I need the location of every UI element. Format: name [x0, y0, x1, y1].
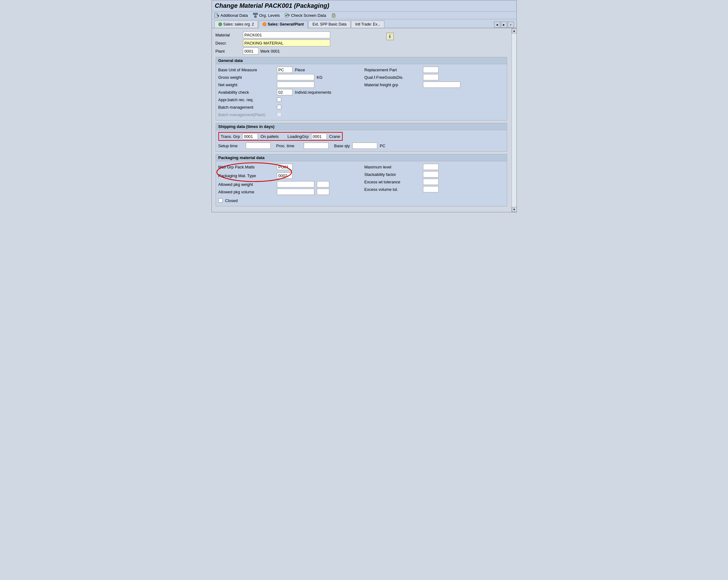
batch-mgmt-plant-checkbox[interactable] [277, 112, 281, 117]
lock-button[interactable] [331, 13, 336, 18]
additional-data-button[interactable]: Additional Data [214, 13, 248, 18]
qual-free-goods-input[interactable] [423, 74, 439, 80]
base-qty-unit: PC [380, 143, 385, 148]
tab-nav-last[interactable]: ▪ [508, 22, 514, 28]
material-input[interactable] [243, 31, 330, 38]
tab-intl-trade[interactable]: Intl Trade: Ex... [351, 21, 384, 28]
excess-vol-label: Excess volume tol. [364, 187, 420, 192]
shipping-data-section: Shipping data (times in days) Trans. Grp… [215, 123, 507, 151]
check-screen-icon [285, 13, 290, 18]
excess-vol-row: Excess volume tol. [364, 186, 504, 193]
material-label: Material [215, 33, 240, 37]
general-left-col: Base Unit of Measure Piece Gross weight … [218, 66, 358, 118]
maximum-level-input[interactable] [423, 164, 439, 170]
material-freight-label: Material freight grp [364, 83, 420, 87]
svg-rect-9 [288, 15, 289, 16]
scrollbar: ▲ ▼ [512, 28, 517, 212]
replacement-part-input[interactable] [423, 66, 439, 73]
packaging-right-col: Maximum level Stackability factor Excess… [364, 163, 504, 204]
availability-check-input[interactable] [277, 89, 292, 95]
appr-batch-row: Appr.batch rec. req. [218, 96, 358, 103]
allowed-pkg-weight-unit[interactable] [317, 181, 329, 187]
pkg-mat-type-label: Packaging Mat. Type [218, 173, 275, 178]
svg-rect-4 [256, 13, 258, 15]
plant-name: Werk 0001 [260, 49, 280, 54]
tab-sales-org-2[interactable]: Sales: sales org. 2 [214, 21, 258, 28]
allowed-pkg-weight-input[interactable] [277, 181, 314, 187]
pkg-mat-type-row: Packaging Mat. Type [218, 172, 292, 179]
oval-highlight-container: Matl Grp Pack.Matls Packaging Mat. Type [218, 163, 292, 179]
title-text: Change Material PACK001 (Packaging) [215, 2, 330, 9]
batch-mgmt-row: Batch management [218, 103, 358, 111]
excess-vol-input[interactable] [423, 186, 439, 192]
loading-grp-input[interactable] [311, 133, 327, 139]
window-title: Change Material PACK001 (Packaging) [212, 0, 517, 11]
base-uom-input[interactable] [277, 66, 292, 73]
tab-nav-buttons: ◄ ► ▪ [494, 22, 514, 28]
descr-input[interactable] [243, 39, 330, 46]
packaging-data-header: Packaging material data [216, 155, 507, 161]
allowed-pkg-weight-label: Allowed pkg weight [218, 182, 275, 187]
material-freight-input[interactable] [423, 82, 461, 88]
info-button[interactable]: i [386, 33, 394, 40]
gross-weight-row: Gross weight KG [218, 74, 358, 81]
toolbar: Additional Data Org. Levels [212, 11, 517, 19]
trans-loading-row: Trans. Grp On pallets LoadingGrp Crane [218, 132, 504, 141]
tab-ext-spp[interactable]: Ext. SPP Basic Data [308, 21, 350, 28]
check-screen-data-label: Check Screen Data [291, 13, 326, 18]
tab-nav-next[interactable]: ► [501, 22, 507, 28]
matl-grp-input[interactable] [277, 164, 292, 170]
check-screen-data-button[interactable]: Check Screen Data [285, 13, 326, 18]
tab-icon-sales-general [263, 22, 266, 26]
batch-mgmt-checkbox[interactable] [277, 105, 281, 109]
general-right-col: Replacement Part Qual.f.FreeGoodsDis. Ma… [364, 66, 504, 118]
packaging-left-col: Matl Grp Pack.Matls Packaging Mat. Type … [218, 163, 358, 204]
scroll-up-button[interactable]: ▲ [512, 28, 517, 33]
main-content: Material Descr. Plant Werk 0001 i Genera… [212, 28, 517, 212]
allowed-pkg-volume-row: Allowed pkg volume [218, 188, 358, 195]
closed-label: Closed [225, 198, 238, 203]
appr-batch-checkbox[interactable] [277, 98, 281, 102]
base-qty-label: Base qty [334, 143, 350, 148]
descr-label: Descr. [215, 41, 240, 46]
base-qty-input[interactable] [352, 143, 377, 149]
replacement-part-row: Replacement Part [364, 66, 504, 74]
availability-check-desc: Individ.requirements [295, 90, 332, 95]
shipping-data-body: Trans. Grp On pallets LoadingGrp Crane S… [216, 130, 507, 151]
batch-mgmt-label: Batch management [218, 105, 275, 110]
plant-row: Werk 0001 [243, 48, 355, 54]
base-uom-row: Base Unit of Measure Piece [218, 66, 358, 74]
loading-grp-label: LoadingGrp [288, 134, 309, 139]
closed-checkbox[interactable] [218, 198, 223, 203]
lock-icon [331, 13, 336, 18]
matl-grp-row: Matl Grp Pack.Matls [218, 163, 292, 171]
net-weight-input[interactable] [277, 82, 314, 88]
tab-sales-general-plant[interactable]: Sales: General/Plant [259, 21, 308, 28]
stackability-input[interactable] [423, 171, 439, 177]
setup-time-label: Setup time [218, 143, 243, 148]
additional-data-label: Additional Data [220, 13, 248, 18]
proc-time-input[interactable] [304, 143, 329, 149]
stackability-row: Stackability factor [364, 171, 504, 178]
qual-free-goods-label: Qual.f.FreeGoodsDis. [364, 75, 420, 80]
trans-grp-input[interactable] [242, 133, 258, 139]
allowed-pkg-volume-input[interactable] [277, 189, 314, 195]
batch-mgmt-plant-label: Batch management(Plant) [218, 112, 275, 117]
packaging-data-section: Packaging material data Matl Grp Pac [215, 154, 507, 206]
plant-input[interactable] [243, 48, 259, 54]
svg-marker-2 [218, 15, 219, 17]
pkg-mat-type-input[interactable] [277, 172, 292, 179]
appr-batch-label: Appr.batch rec. req. [218, 98, 275, 102]
org-levels-icon [253, 13, 258, 18]
scroll-down-button[interactable]: ▼ [512, 207, 517, 212]
tab-icon-sales-org-2 [218, 22, 222, 26]
org-levels-button[interactable]: Org. Levels [253, 13, 280, 18]
availability-check-row: Availability check Individ.requirements [218, 88, 358, 96]
excess-wt-input[interactable] [423, 179, 439, 185]
tab-nav-prev[interactable]: ◄ [494, 22, 500, 28]
plant-label: Plant [215, 49, 240, 54]
allowed-pkg-volume-unit[interactable] [317, 189, 329, 195]
setup-time-input[interactable] [246, 143, 271, 149]
gross-weight-input[interactable] [277, 74, 314, 80]
packaging-data-grid: Matl Grp Pack.Matls Packaging Mat. Type … [218, 163, 504, 204]
